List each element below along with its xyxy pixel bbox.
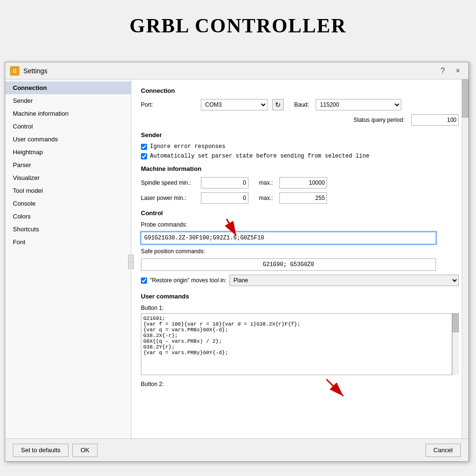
spindle-min-label: Spindle speed min.: (141, 179, 198, 186)
dialog-content: Connection Sender Machine information Co… (5, 79, 468, 438)
baud-label: Baud: (294, 101, 309, 108)
svg-text:G: G (13, 69, 17, 74)
laser-max-label: max.: (259, 195, 273, 201)
sidebar-item-colors[interactable]: Colors (5, 210, 131, 223)
button1-textarea[interactable]: G21G91; {var f = 100}{var r = 10}{var d … (141, 313, 452, 375)
laser-min-input[interactable] (201, 192, 248, 204)
probe-input-wrapper (141, 232, 459, 244)
auto-parser-label: Automatically set parser state before se… (150, 153, 369, 159)
main-panel: Connection Port: COM3 ↻ Baud: 115200 Sta… (131, 79, 468, 438)
auto-parser-row: Automatically set parser state before se… (141, 153, 459, 159)
sidebar: Connection Sender Machine information Co… (5, 79, 131, 438)
probe-label-row: Probe commands: (141, 221, 459, 228)
restore-origin-checkbox[interactable] (141, 278, 147, 284)
ignore-errors-checkbox[interactable] (141, 144, 147, 150)
spindle-max-label: max.: (259, 179, 273, 186)
sidebar-collapse-button[interactable]: ··· (128, 255, 134, 269)
ignore-errors-row: Ignore error responses (141, 143, 459, 150)
restore-origin-select[interactable]: Plane (229, 275, 459, 286)
sidebar-item-machine-information[interactable]: Machine information (5, 107, 131, 120)
laser-power-row: Laser power min.: max.: (141, 192, 459, 204)
button2-label: Button 2: (141, 381, 459, 387)
refresh-port-button[interactable]: ↻ (272, 99, 284, 110)
status-query-label: Status query period: (354, 117, 405, 123)
settings-dialog: G Settings ? × Connection Sender Machine… (5, 62, 469, 462)
auto-parser-checkbox[interactable] (141, 153, 147, 159)
restore-origin-row: "Restore origin" moves tool in: Plane (141, 275, 459, 286)
port-label: Port: (141, 101, 198, 108)
port-row: Port: COM3 ↻ Baud: 115200 (141, 99, 459, 110)
close-button[interactable]: × (452, 65, 464, 77)
laser-min-label: Laser power min.: (141, 195, 198, 201)
sidebar-item-connection[interactable]: Connection (5, 81, 131, 94)
dialog-controls: ? × (437, 65, 464, 77)
sidebar-item-font[interactable]: Font (5, 236, 131, 248)
restore-origin-label: "Restore origin" moves tool in: (150, 277, 227, 284)
dialog-footer: Set to defaults OK Cancel (5, 438, 468, 461)
sidebar-item-console[interactable]: Console (5, 197, 131, 210)
probe-label: Probe commands: (141, 221, 187, 228)
button1-scrollbar[interactable] (452, 313, 459, 375)
sidebar-item-tool-model[interactable]: Tool model (5, 184, 131, 197)
main-panel-scrollbar-thumb[interactable] (462, 79, 468, 118)
sidebar-item-user-commands[interactable]: User commands (5, 133, 131, 146)
button1-label: Button 1: (141, 305, 459, 311)
dialog-icon: G (10, 66, 20, 76)
sidebar-item-shortcuts[interactable]: Shortcuts (5, 223, 131, 236)
sidebar-item-heightmap[interactable]: Heightmap (5, 146, 131, 159)
spindle-speed-row: Spindle speed min.: max.: (141, 177, 459, 188)
spindle-min-input[interactable] (201, 177, 248, 188)
help-button[interactable]: ? (437, 65, 448, 77)
safe-position-label-row: Safe position commands: (141, 248, 459, 255)
laser-max-input[interactable] (279, 192, 327, 204)
page-title: GRBL CONTROLLER (0, 0, 476, 47)
machine-info-section-title: Machine information (141, 165, 459, 172)
baud-select[interactable]: 115200 (316, 99, 401, 110)
sidebar-item-visualizer[interactable]: Visualizer (5, 171, 131, 184)
button1-scrollbar-thumb[interactable] (452, 313, 459, 332)
status-query-row: Status query period: (141, 114, 459, 126)
dialog-titlebar: G Settings ? × (5, 62, 468, 79)
safe-input-wrapper (141, 258, 459, 271)
safe-position-input[interactable] (141, 258, 436, 271)
user-commands-section-title: User commands (141, 293, 459, 300)
set-defaults-button[interactable]: Set to defaults (13, 444, 69, 457)
status-query-input[interactable] (411, 114, 459, 126)
port-select[interactable]: COM3 (201, 99, 268, 110)
connection-section-title: Connection (141, 87, 459, 94)
button1-textarea-wrapper: G21G91; {var f = 100}{var r = 10}{var d … (141, 313, 459, 377)
safe-position-label: Safe position commands: (141, 248, 205, 255)
control-section-title: Control (141, 209, 459, 217)
cancel-button[interactable]: Cancel (426, 444, 461, 457)
sender-section-title: Sender (141, 131, 459, 139)
sidebar-item-control[interactable]: Control (5, 120, 131, 133)
probe-input[interactable] (141, 232, 436, 244)
ok-button[interactable]: OK (72, 444, 98, 457)
sidebar-item-parser[interactable]: Parser (5, 159, 131, 171)
main-panel-scrollbar[interactable] (462, 79, 468, 438)
spindle-max-input[interactable] (279, 177, 327, 188)
ignore-errors-label: Ignore error responses (150, 143, 225, 150)
sidebar-item-sender[interactable]: Sender (5, 94, 131, 107)
dialog-title-text: Settings (23, 67, 437, 75)
